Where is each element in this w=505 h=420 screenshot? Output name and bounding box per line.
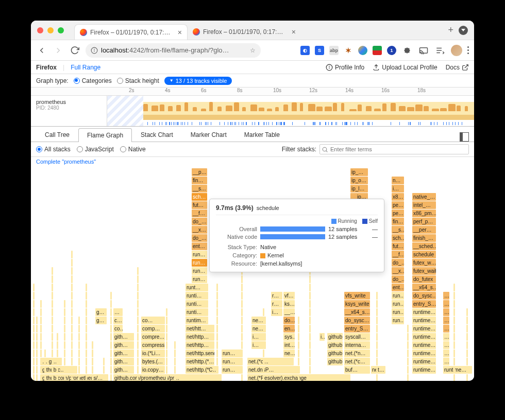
- flame-cell[interactable]: [40, 358, 42, 365]
- flame-cell[interactable]: [376, 308, 378, 316]
- tracks-visible-pill[interactable]: 13 / 13 tracks visible: [164, 77, 232, 85]
- radio-categories[interactable]: Categories: [74, 77, 112, 84]
- flame-cell[interactable]: [137, 349, 139, 357]
- flame-cell[interactable]: comp…: [141, 325, 165, 332]
- flame-cell[interactable]: [137, 333, 139, 341]
- flame-cell[interactable]: [36, 333, 38, 341]
- flame-cell[interactable]: [298, 366, 299, 374]
- flame-cell[interactable]: [309, 349, 311, 357]
- flame-cell[interactable]: [309, 317, 311, 324]
- flame-cell[interactable]: ksys_write: [344, 300, 370, 308]
- flame-cell[interactable]: [64, 374, 65, 381]
- flame-cell[interactable]: [241, 341, 243, 349]
- flame-cell[interactable]: [453, 349, 455, 357]
- flame-cell[interactable]: run…: [222, 349, 242, 357]
- flame-cell[interactable]: [64, 325, 65, 332]
- flame-cell[interactable]: compress…: [141, 341, 165, 349]
- flame-cell[interactable]: [71, 292, 73, 300]
- flame-cell[interactable]: [407, 341, 409, 349]
- flame-cell[interactable]: [92, 341, 93, 349]
- flame-cell[interactable]: do_sysc…: [344, 317, 370, 324]
- flame-cell[interactable]: [57, 333, 58, 341]
- panel-tab-marker-chart[interactable]: Marker Chart: [182, 128, 235, 142]
- flame-cell[interactable]: [92, 349, 93, 357]
- flame-cell[interactable]: [36, 366, 38, 374]
- flame-cell[interactable]: [174, 358, 176, 365]
- flame-cell[interactable]: [241, 358, 243, 365]
- flame-cell[interactable]: [52, 308, 53, 316]
- flame-cell[interactable]: runtime…: [412, 366, 436, 374]
- flame-cell[interactable]: net/htt…: [186, 325, 214, 332]
- flame-cell[interactable]: [263, 374, 264, 381]
- flame-cell[interactable]: [36, 358, 38, 365]
- flame-cell[interactable]: schedule: [412, 251, 436, 258]
- flame-cell[interactable]: i…: [392, 185, 404, 192]
- flame-cell[interactable]: [137, 300, 139, 308]
- bookmark-star-icon[interactable]: ☆: [250, 47, 256, 54]
- flame-cell[interactable]: [309, 366, 311, 374]
- flame-cell[interactable]: [40, 341, 42, 349]
- flame-cell[interactable]: [40, 317, 42, 324]
- flame-cell[interactable]: [52, 317, 53, 324]
- chrome-account-icon[interactable]: [459, 26, 468, 35]
- flame-cell[interactable]: [216, 325, 218, 332]
- flame-cell[interactable]: [33, 300, 35, 308]
- flame-cell[interactable]: [263, 349, 264, 357]
- flame-cell[interactable]: [57, 358, 58, 365]
- flame-cell[interactable]: [241, 374, 243, 381]
- flame-cell[interactable]: [466, 366, 468, 374]
- flame-cell[interactable]: [33, 366, 35, 374]
- flame-cell[interactable]: g…: [95, 308, 107, 316]
- flame-cell[interactable]: [166, 374, 167, 381]
- flame-cell[interactable]: [241, 333, 243, 341]
- flame-cell[interactable]: [263, 366, 264, 374]
- flame-cell[interactable]: github…: [327, 358, 343, 365]
- flame-cell[interactable]: vfs_write: [344, 292, 370, 300]
- flame-cell[interactable]: …: [443, 349, 449, 357]
- flame-cell[interactable]: ne…: [283, 349, 295, 357]
- flame-cell[interactable]: [33, 284, 35, 291]
- flame-cell[interactable]: i…: [271, 308, 282, 316]
- flame-cell[interactable]: en…: [283, 325, 295, 332]
- flame-cell[interactable]: [33, 358, 35, 365]
- flame-cell[interactable]: do_futex: [412, 275, 436, 283]
- flame-cell[interactable]: [216, 308, 218, 316]
- flame-cell[interactable]: …: [443, 308, 449, 316]
- flame-cell[interactable]: buf…: [344, 366, 370, 374]
- flame-cell[interactable]: [71, 349, 73, 357]
- flame-cell[interactable]: [453, 341, 455, 349]
- flame-cell[interactable]: entry_S…: [412, 300, 436, 308]
- flame-cell[interactable]: [453, 325, 455, 332]
- flame-cell[interactable]: [44, 374, 46, 381]
- flame-cell[interactable]: …: [443, 341, 449, 349]
- flame-cell[interactable]: …: [443, 300, 449, 308]
- flame-cell[interactable]: ip_o…: [350, 177, 368, 184]
- tab-close-button[interactable]: ×: [178, 28, 182, 37]
- extension-icon[interactable]: ◐: [300, 46, 310, 55]
- panel-tab-stack-chart[interactable]: Stack Chart: [132, 128, 182, 142]
- flame-cell[interactable]: [71, 284, 73, 291]
- flame-cell[interactable]: [64, 333, 65, 341]
- flame-cell[interactable]: [52, 325, 53, 332]
- flame-cell[interactable]: [52, 349, 53, 357]
- flame-cell[interactable]: [376, 366, 378, 374]
- flame-cell[interactable]: [453, 308, 455, 316]
- flame-cell[interactable]: …: [443, 292, 449, 300]
- upload-profile-button[interactable]: Upload Local Profile: [373, 64, 437, 71]
- flame-cell[interactable]: do…: [283, 317, 295, 324]
- flame-cell[interactable]: [33, 292, 35, 300]
- flame-cell[interactable]: [263, 308, 264, 316]
- flame-cell[interactable]: [36, 374, 38, 381]
- flame-cell[interactable]: [78, 358, 80, 365]
- flame-cell[interactable]: [33, 333, 35, 341]
- flame-cell[interactable]: [40, 366, 42, 374]
- flame-cell[interactable]: __sched…: [412, 242, 436, 250]
- flame-cell[interactable]: [263, 317, 264, 324]
- flame-cell[interactable]: run…: [392, 308, 404, 316]
- flame-cell[interactable]: [64, 358, 65, 365]
- flame-cell[interactable]: [466, 358, 468, 365]
- flame-cell[interactable]: [71, 308, 73, 316]
- flame-cell[interactable]: [71, 267, 73, 275]
- flame-cell[interactable]: [86, 308, 87, 316]
- flame-cell[interactable]: ent…: [392, 284, 404, 291]
